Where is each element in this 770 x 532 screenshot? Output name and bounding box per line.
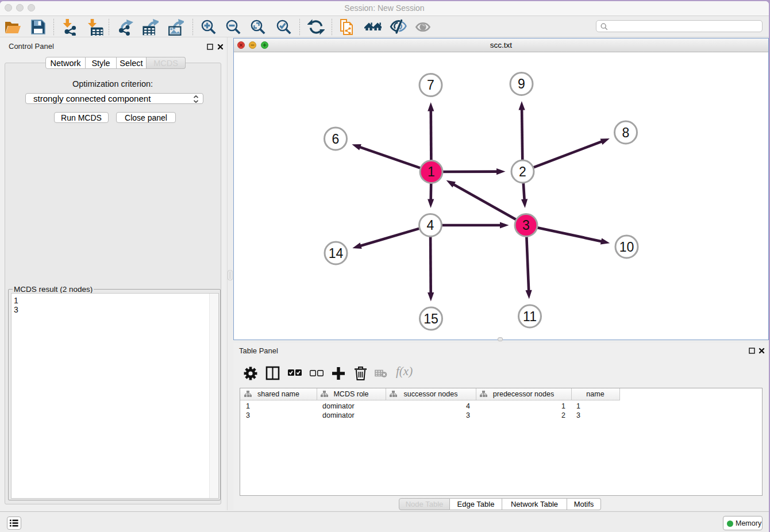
svg-text:10: 10 — [619, 240, 634, 255]
svg-text:2: 2 — [519, 164, 526, 179]
svg-text:8: 8 — [622, 125, 630, 140]
svg-text:1: 1 — [428, 164, 435, 179]
svg-text:11: 11 — [523, 309, 537, 324]
svg-text:6: 6 — [332, 132, 340, 147]
svg-text:9: 9 — [518, 76, 525, 91]
svg-text:4: 4 — [427, 218, 434, 233]
svg-text:15: 15 — [424, 311, 438, 326]
svg-text:3: 3 — [522, 218, 530, 233]
svg-text:7: 7 — [427, 78, 434, 92]
svg-text:14: 14 — [329, 246, 344, 261]
